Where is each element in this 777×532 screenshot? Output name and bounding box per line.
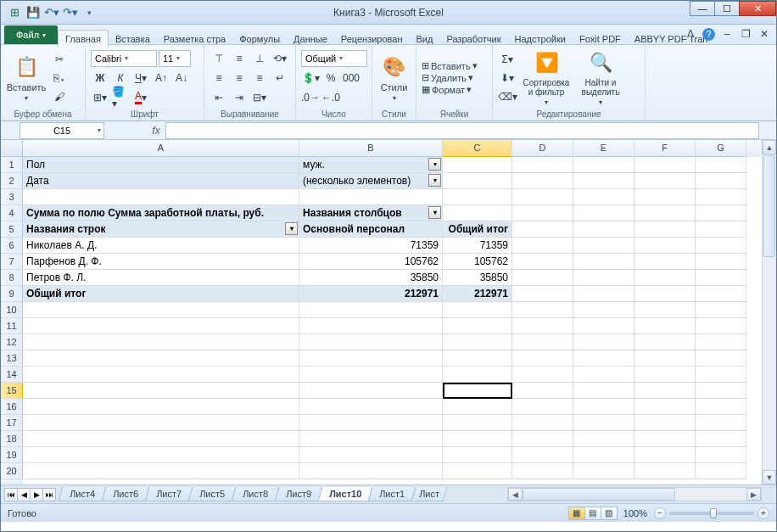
align-left-button[interactable]: ≡ [210,70,228,87]
cell-A5[interactable]: Названия строк▾ [23,221,299,238]
zoom-slider[interactable] [669,512,754,515]
find-select-button[interactable]: 🔍 Найти и выделить▾ [576,48,625,108]
cell-F8[interactable] [634,270,696,286]
increase-decimal-button[interactable]: .0→ [301,89,320,106]
page-layout-view-button[interactable]: ▤ [584,507,601,520]
cell-E4[interactable] [573,205,634,221]
align-top-button[interactable]: ⊤ [210,50,228,67]
cell-E19[interactable] [573,447,634,463]
cell-C19[interactable] [443,447,512,463]
column-header-F[interactable]: F [634,140,696,157]
scroll-right-button[interactable]: ▶ [746,488,761,501]
row-header-14[interactable]: 14 [1,367,23,383]
cell-A4[interactable]: Сумма по полю Сумма заработной платы, ру… [23,205,299,221]
cell-B2[interactable]: (несколько элементов)▾ [299,173,443,189]
cell-G19[interactable] [696,447,746,463]
cell-G11[interactable] [696,318,746,334]
insert-cells-button[interactable]: ⊞Вставить▾ [422,60,478,71]
cell-E2[interactable] [573,173,634,189]
cell-E8[interactable] [573,270,634,286]
cell-E1[interactable] [573,157,634,173]
cell-D6[interactable] [512,238,573,254]
column-header-E[interactable]: E [573,140,634,157]
cell-A2[interactable]: Дата [23,173,299,189]
cell-C17[interactable] [443,415,512,431]
ribbon-tab-8[interactable]: Надстройки [508,31,573,48]
cell-A17[interactable] [23,415,299,431]
cell-F10[interactable] [634,302,696,318]
cell-D10[interactable] [512,302,573,318]
cell-F16[interactable] [634,399,696,415]
cell-E11[interactable] [573,318,634,334]
cell-G6[interactable] [696,238,746,254]
align-bottom-button[interactable]: ⊥ [250,50,269,67]
cell-G4[interactable] [696,205,746,221]
cell-G12[interactable] [696,334,746,350]
sheet-tab-Лист4[interactable]: Лист4 [59,487,107,501]
cell-A19[interactable] [23,447,299,463]
ribbon-tab-6[interactable]: Вид [410,31,440,48]
cell-E12[interactable] [573,334,634,350]
decrease-decimal-button[interactable]: ←.0 [321,89,340,106]
cell-G5[interactable] [696,221,746,238]
cell-A12[interactable] [23,334,299,350]
fill-color-button[interactable]: 🪣▾ [111,89,130,106]
tab-last-button[interactable]: ⏭ [42,488,56,501]
sort-filter-button[interactable]: 🔽 Сортировка и фильтр▾ [520,48,573,108]
cut-icon[interactable]: ✂ [50,51,69,68]
row-header-17[interactable]: 17 [1,415,23,431]
cell-C12[interactable] [443,334,512,350]
cell-F13[interactable] [634,350,696,367]
italic-button[interactable]: К [111,70,130,87]
ribbon-tab-3[interactable]: Формулы [232,31,287,48]
zoom-out-button[interactable]: − [654,507,666,519]
cell-B15[interactable] [299,383,443,399]
underline-button[interactable]: Ч▾ [131,70,150,87]
zoom-in-button[interactable]: + [757,507,769,519]
cell-D3[interactable] [512,189,573,205]
shrink-font-button[interactable]: A↓ [172,70,191,87]
orientation-button[interactable]: ⟲▾ [271,50,289,67]
doc-restore-button[interactable]: ❐ [739,27,752,41]
cell-F14[interactable] [634,367,696,383]
cell-B12[interactable] [299,334,443,350]
cell-D11[interactable] [512,318,573,334]
row-header-11[interactable]: 11 [1,318,23,334]
cell-C16[interactable] [443,399,512,415]
cell-C9[interactable]: 212971 [443,286,512,302]
redo-icon[interactable]: ↷▾ [62,4,79,21]
cell-B11[interactable] [299,318,443,334]
scroll-left-button[interactable]: ◀ [508,488,523,501]
cell-A8[interactable]: Петров Ф. Л. [23,270,299,286]
comma-button[interactable]: 000 [342,70,361,87]
page-break-view-button[interactable]: ▧ [601,507,618,520]
formula-bar[interactable] [165,122,759,139]
cell-D14[interactable] [512,367,573,383]
column-header-B[interactable]: B [299,140,443,157]
cell-D15[interactable] [512,383,573,399]
cell-B8[interactable]: 35850 [299,270,443,286]
cell-E6[interactable] [573,238,634,254]
bold-button[interactable]: Ж [91,70,109,87]
row-header-20[interactable]: 20 [1,463,23,479]
row-header-8[interactable]: 8 [1,270,23,286]
row-header-16[interactable]: 16 [1,399,23,415]
cell-A7[interactable]: Парфенов Д. Ф. [23,254,299,270]
cell-F17[interactable] [634,415,696,431]
clear-button[interactable]: ⌫▾ [498,88,517,105]
cell-A1[interactable]: Пол [23,157,299,173]
cell-F6[interactable] [634,238,696,254]
row-header-12[interactable]: 12 [1,334,23,350]
cell-C5[interactable]: Общий итог [443,221,512,238]
cell-C18[interactable] [443,431,512,447]
styles-button[interactable]: 🎨 Стили▾ [377,48,411,108]
fill-button[interactable]: ⬇▾ [498,70,517,87]
cell-C13[interactable] [443,350,512,367]
cell-E14[interactable] [573,367,634,383]
cell-D18[interactable] [512,431,573,447]
font-family-combo[interactable]: Calibri▾ [91,50,157,67]
column-header-A[interactable]: A [23,140,299,157]
sheet-tab-Лист8[interactable]: Лист8 [232,487,280,501]
cell-A9[interactable]: Общий итог [23,286,299,302]
filter-dropdown-icon[interactable]: ▾ [428,158,441,171]
